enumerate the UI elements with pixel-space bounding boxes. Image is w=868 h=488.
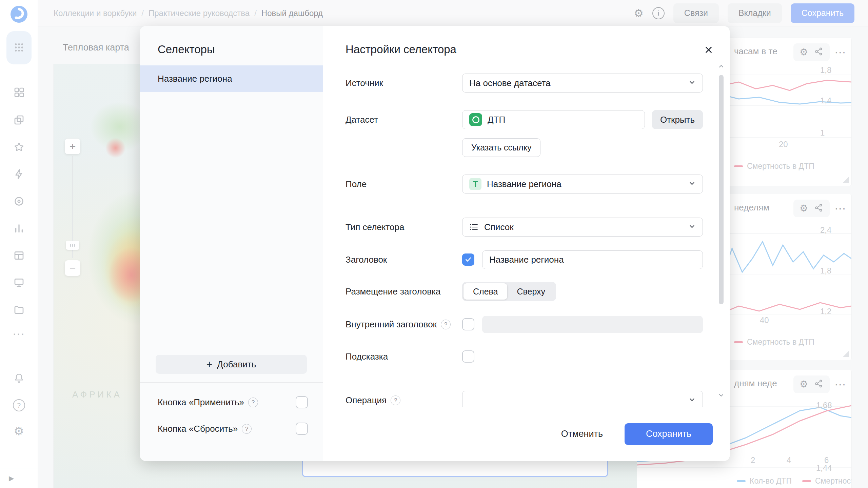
cancel-button[interactable]: Отменить — [553, 423, 611, 445]
selector-settings-dialog: Селекторы Название региона + Добавить Кн… — [140, 26, 730, 461]
dataset-field[interactable]: ДТП — [462, 110, 645, 129]
title-row: Заголовок — [346, 250, 703, 269]
placement-segmented-control: Слева Сверху — [462, 282, 556, 301]
placement-left-option[interactable]: Слева — [463, 283, 507, 300]
apply-button-row: Кнопка «Применить» ? — [140, 393, 323, 412]
field-select[interactable]: T Название региона — [462, 175, 703, 194]
hint-row: Подсказка — [346, 347, 703, 366]
add-selector-label: Добавить — [217, 359, 256, 370]
open-dataset-button[interactable]: Открыть — [652, 110, 703, 129]
inner-title-label: Внутренний заголовок ? — [346, 319, 462, 330]
selector-list-item[interactable]: Название региона — [140, 65, 323, 92]
dataset-value: ДТП — [488, 115, 505, 125]
title-label: Заголовок — [346, 255, 462, 265]
selector-type-label: Тип селектора — [346, 222, 462, 232]
source-value: На основе датасета — [469, 78, 551, 88]
reset-button-label: Кнопка «Сбросить» — [158, 424, 238, 434]
selectors-panel: Селекторы Название региона + Добавить Кн… — [140, 26, 323, 461]
reset-button-checkbox[interactable] — [296, 423, 308, 435]
dialog-footer: Отменить Сохранить — [323, 407, 730, 461]
hint-label: Подсказка — [346, 351, 462, 362]
plus-icon: + — [206, 359, 213, 369]
source-select[interactable]: На основе датасета — [462, 74, 703, 93]
field-row: Поле T Название региона — [346, 175, 703, 194]
selector-type-row: Тип селектора — [346, 218, 703, 237]
chevron-down-icon — [688, 179, 696, 189]
selectors-panel-title: Селекторы — [158, 43, 215, 56]
dataset-link-row: Указать ссылку — [346, 138, 703, 157]
field-label: Поле — [346, 179, 462, 189]
placement-top-option[interactable]: Сверху — [507, 283, 555, 300]
reset-button-row: Кнопка «Сбросить» ? — [140, 419, 323, 438]
divider — [140, 382, 323, 383]
save-selector-button[interactable]: Сохранить — [625, 423, 713, 445]
close-icon[interactable] — [701, 42, 716, 57]
source-label: Источник — [346, 78, 462, 88]
selector-type-select[interactable]: Список — [462, 218, 703, 237]
question-icon[interactable]: ? — [391, 395, 400, 405]
add-selector-button[interactable]: + Добавить — [156, 355, 307, 374]
title-placement-row: Размещение заголовка Слева Сверху — [346, 282, 703, 301]
question-icon[interactable]: ? — [242, 424, 252, 434]
dataset-icon — [469, 113, 482, 126]
field-type-icon: T — [469, 178, 481, 190]
selector-settings-panel: Настройки селектора Источник На основе д… — [323, 26, 730, 461]
divider — [346, 376, 703, 376]
apply-button-label: Кнопка «Применить» — [158, 397, 244, 408]
app-window: ⋯ ? ⚙ ▶ Коллекции и воркбуки / Практичес… — [0, 0, 868, 488]
operation-label: Операция ? — [346, 395, 462, 406]
apply-button-checkbox[interactable] — [296, 396, 308, 408]
chevron-down-icon — [688, 78, 696, 88]
list-icon — [469, 222, 479, 232]
question-icon[interactable]: ? — [441, 320, 451, 329]
field-value: Название региона — [487, 179, 561, 189]
scrollbar-thumb[interactable] — [719, 75, 724, 304]
dataset-label: Датасет — [346, 115, 462, 125]
dataset-row: Датасет ДТП Открыть — [346, 110, 703, 129]
title-placement-label: Размещение заголовка — [346, 286, 462, 297]
inner-title-checkbox[interactable] — [462, 318, 474, 330]
specify-link-button[interactable]: Указать ссылку — [462, 138, 540, 157]
scroll-down-icon[interactable] — [717, 391, 725, 399]
chevron-down-icon — [688, 395, 696, 406]
title-checkbox[interactable] — [462, 253, 474, 266]
source-row: Источник На основе датасета — [346, 74, 703, 93]
question-icon[interactable]: ? — [248, 398, 258, 407]
inner-title-row: Внутренний заголовок ? — [346, 315, 703, 334]
dialog-title: Настройки селектора — [346, 43, 456, 56]
hint-checkbox[interactable] — [462, 350, 474, 363]
chevron-down-icon — [688, 222, 696, 232]
inner-title-input-disabled — [482, 316, 703, 333]
title-input[interactable] — [482, 250, 703, 269]
selector-type-value: Список — [484, 222, 514, 232]
scroll-up-icon[interactable] — [717, 63, 725, 70]
